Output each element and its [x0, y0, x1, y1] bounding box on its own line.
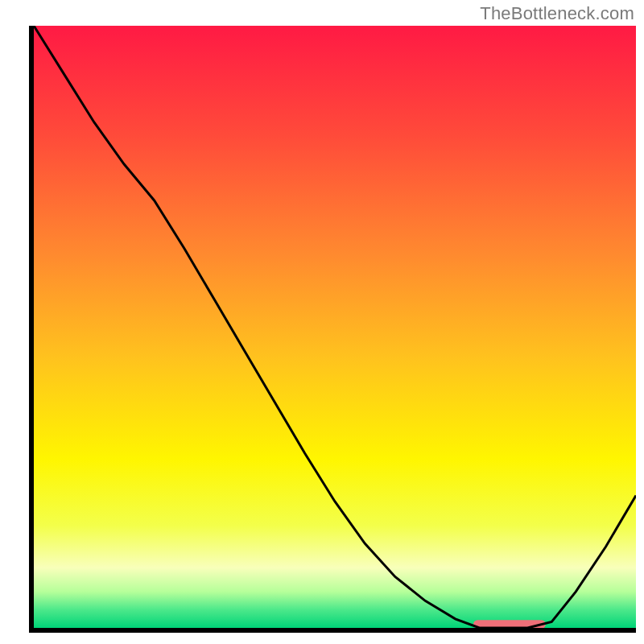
chart-axes — [29, 26, 636, 633]
chart-plot — [34, 26, 636, 628]
chart-background — [34, 26, 636, 628]
attribution-label: TheBottleneck.com — [480, 3, 634, 24]
chart-frame: TheBottleneck.com — [0, 0, 644, 644]
